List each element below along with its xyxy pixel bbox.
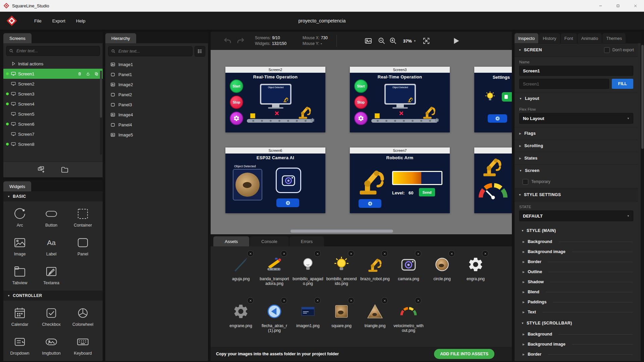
screen-subsection-header[interactable]: ▼ Screen	[515, 164, 638, 177]
screen6-name-tab[interactable]: Screen6	[225, 147, 325, 154]
asset-item[interactable]: camara.png	[392, 250, 425, 297]
asset-item[interactable]: triangle.png	[358, 297, 392, 344]
asset-remove-button[interactable]	[381, 297, 388, 304]
screen7-name-tab[interactable]: Screen7	[350, 147, 450, 154]
asset-item[interactable]: velocimetro_without.png	[392, 297, 425, 344]
widget-item[interactable]: Colorwheel	[67, 302, 99, 331]
hierarchy-search-input[interactable]	[118, 49, 190, 54]
inspector-tab[interactable]: Font	[561, 33, 577, 43]
delete-screen-icon[interactable]	[77, 72, 82, 76]
hierarchy-item[interactable]: Image5	[105, 130, 208, 140]
hierarchy-item[interactable]: Panel4	[105, 120, 208, 130]
asset-remove-button[interactable]	[281, 297, 287, 304]
style-property-row[interactable]: ▶ Border	[515, 257, 638, 267]
fill-input[interactable]	[519, 79, 609, 89]
style-property-row[interactable]: ▶ Background image	[515, 339, 638, 349]
fit-screen-icon[interactable]	[422, 37, 430, 45]
screen-list-item[interactable]: Screen6	[3, 119, 103, 129]
widget-item[interactable]: Container	[67, 203, 99, 232]
design-canvas[interactable]: Screen2 Real-Time Operation Start Stop O…	[211, 50, 512, 234]
asset-remove-button[interactable]	[381, 250, 388, 257]
asset-remove-button[interactable]	[281, 250, 287, 257]
asset-remove-button[interactable]	[348, 250, 354, 257]
screen3-name-tab[interactable]: Screen3	[350, 67, 450, 73]
folder-icon[interactable]	[61, 166, 69, 174]
undo-icon[interactable]	[223, 37, 232, 45]
asset-item[interactable]: square.png	[325, 297, 358, 344]
widget-item[interactable]: Imgbutton	[36, 331, 67, 360]
bottom-panel-tab[interactable]: Assets	[213, 236, 249, 246]
screens-scrollbar[interactable]	[100, 71, 102, 155]
screen-list-item[interactable]: Screen2	[3, 79, 103, 89]
tab-hierarchy[interactable]: Hierarchy	[105, 33, 136, 43]
screen-list-item[interactable]: Screen8	[3, 139, 103, 149]
style-property-row[interactable]: ▶ Outline	[515, 267, 638, 277]
asset-item[interactable]: brazo_robot.png	[358, 250, 392, 297]
screen-list-item[interactable]: Screen7	[3, 129, 103, 139]
style-property-row[interactable]: ▶ Border	[515, 349, 638, 359]
inspector-section-row[interactable]: ▶ Flags	[515, 127, 638, 139]
temporary-checkbox[interactable]	[523, 179, 528, 185]
inspector-tab[interactable]: Themes	[602, 33, 626, 43]
style-property-row[interactable]: ▶ Background	[515, 329, 638, 339]
asset-remove-button[interactable]	[448, 250, 455, 257]
screen-name-input[interactable]	[519, 66, 633, 76]
screen2-name-tab[interactable]: Screen2	[225, 67, 325, 73]
widget-item[interactable]: Keyboard	[67, 331, 99, 360]
screen-list-item[interactable]: Screen3	[3, 89, 103, 99]
style-main-header[interactable]: ▼ STYLE (MAIN)	[515, 225, 638, 237]
zoom-out-icon[interactable]	[378, 37, 386, 45]
asset-item[interactable]: circle.png	[425, 250, 459, 297]
widget-item[interactable]: Image	[4, 232, 36, 260]
widgets-section-basic[interactable]: ▼ BASIC	[3, 191, 103, 201]
inspector-tab[interactable]: Animatio	[578, 33, 602, 43]
widget-item[interactable]: Tabview	[4, 260, 36, 289]
asset-item[interactable]: engra.png	[459, 250, 492, 297]
hierarchy-item[interactable]: Image1	[105, 59, 208, 69]
screens-search-input[interactable]	[16, 48, 97, 54]
settings-name-tab[interactable]	[474, 67, 512, 73]
bottom-panel-tab[interactable]: Errors	[289, 236, 324, 246]
style-property-row[interactable]: ▶ Text	[515, 307, 638, 317]
hierarchy-item[interactable]: Image2	[105, 79, 208, 89]
style-property-row[interactable]: ▶ Blend	[515, 287, 638, 297]
canvas-settings-thumbnail[interactable]: Settings	[474, 67, 512, 132]
asset-remove-button[interactable]	[247, 297, 254, 304]
inspector-tab[interactable]: History	[539, 33, 560, 43]
state-dropdown[interactable]: DEFAULT ▼	[519, 210, 633, 221]
horizontal-scrollbar[interactable]	[290, 230, 393, 233]
asset-remove-button[interactable]	[482, 250, 488, 257]
style-scrollbar-header[interactable]: ▼ STYLE (SCROLLBAR)	[515, 317, 638, 329]
style-property-row[interactable]: ▶ Shadow	[515, 277, 638, 287]
menu-file[interactable]: File	[29, 12, 47, 30]
duplicate-screen-icon[interactable]	[94, 72, 99, 76]
canvas-screen6-thumbnail[interactable]: Screen6 ESP32 Camera AI Object Detected	[225, 147, 325, 213]
hierarchy-item[interactable]: Image4	[105, 110, 208, 120]
inspector-tab[interactable]: Inspecto	[515, 33, 538, 43]
flex-flow-dropdown[interactable]: No Layout ▼	[519, 113, 633, 124]
screen-list-item[interactable]: Screen4	[3, 99, 103, 109]
initial-actions-row[interactable]: Initial actions	[3, 59, 103, 69]
widget-item[interactable]: Textarea	[36, 260, 67, 289]
style-property-row[interactable]: ▶ Paddings	[515, 297, 638, 307]
widget-item[interactable]: Checkbox	[36, 302, 67, 331]
inspector-section-row[interactable]: ▶ Scrolling	[515, 139, 638, 152]
inspector-section-row[interactable]: ▶ States	[515, 152, 638, 164]
widget-item[interactable]: Calendar	[4, 302, 36, 331]
style-settings-header[interactable]: ▼ STYLE SETTINGS	[515, 188, 638, 201]
asset-remove-button[interactable]	[415, 297, 421, 304]
squareline-logo-icon[interactable]	[6, 15, 17, 26]
asset-remove-button[interactable]	[314, 250, 321, 257]
screens-search[interactable]	[6, 46, 100, 56]
asset-item[interactable]: bombillo_encendido.png	[325, 250, 358, 297]
minimize-button[interactable]	[592, 0, 609, 11]
inspector-scrollbar[interactable]	[641, 43, 644, 361]
widget-item[interactable]: Dropdown	[4, 331, 36, 360]
layout-section-header[interactable]: ▼ Layout	[515, 92, 638, 105]
style-property-row[interactable]: ▶ Outline	[515, 359, 638, 361]
hierarchy-item[interactable]: Panel3	[105, 100, 208, 110]
maximize-button[interactable]	[609, 0, 627, 11]
menu-help[interactable]: Help	[71, 12, 91, 30]
asset-remove-button[interactable]	[314, 297, 321, 304]
asset-item[interactable]: imagen1.png	[291, 297, 325, 344]
